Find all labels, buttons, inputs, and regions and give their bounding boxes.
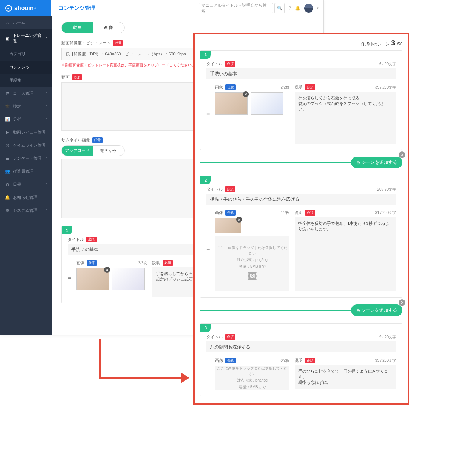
search-icon: 🔍 [277, 6, 283, 11]
chevron-down-icon: ˅ [46, 157, 47, 160]
sidebar: ⌂ホーム ▣トレーニング管理˄ カテゴリ コンテンツ 用語集 ⚑コース管理˅ 🎓… [0, 16, 52, 335]
title-counter: 9 / 20文字 [379, 335, 396, 340]
scene-card: 1 タイトル必須 6 / 20文字 ≡ 画像任意 2/2枚 ✕ 説明必須 [200, 50, 402, 150]
detail-header: 作成中のシーン 3 /50 [200, 39, 402, 47]
top-icons: ? 🔔 ▾ [289, 4, 319, 13]
scene-divider: ⊕シーンを追加する ✕ [200, 157, 402, 168]
sidebar-item-analysis[interactable]: 📊分析˅ [0, 113, 52, 126]
scene-image-thumb[interactable] [251, 92, 283, 115]
avatar[interactable] [304, 4, 313, 13]
close-icon[interactable]: ✕ [399, 299, 405, 306]
topbar: ✓ shouin+ コンテンツ管理 マニュアルタイトル・説明文から検索 🔍 ? … [0, 0, 323, 16]
drag-handle-icon[interactable]: ≡ [206, 111, 210, 118]
scene-image-thumb[interactable]: ✕ [215, 218, 241, 233]
scene-title-input[interactable] [206, 68, 396, 79]
annotation-arrow [99, 339, 181, 379]
gear-icon: ⚙ [5, 208, 10, 213]
sidebar-item-system[interactable]: ⚙システム管理˅ [0, 204, 52, 217]
flag-icon: ⚑ [5, 91, 10, 96]
scene-title-input[interactable] [206, 341, 396, 352]
scene-title-input[interactable] [206, 194, 396, 205]
search-input[interactable]: マニュアルタイトル・説明文から検索 [199, 3, 273, 13]
image-placeholder-icon: 🖼 [247, 271, 257, 282]
sidebar-item-training[interactable]: ▣トレーニング管理˄ [0, 29, 52, 48]
sidebar-item-timeline[interactable]: ◷タイムライン管理 [0, 139, 52, 152]
scene-image-thumb[interactable]: ✕ [215, 92, 248, 115]
chevron-down-icon: ˅ [46, 209, 47, 212]
search-button[interactable]: 🔍 [274, 3, 285, 13]
sidebar-item-course[interactable]: ⚑コース管理˅ [0, 87, 52, 100]
tab-image[interactable]: 画像 [93, 22, 124, 33]
sidebar-item-video-review[interactable]: ▶動画レビュー管理 [0, 126, 52, 139]
survey-icon: ☰ [5, 156, 10, 161]
graduation-icon: 🎓 [5, 104, 10, 109]
scene-divider: ⊕シーンを追加する ✕ [200, 304, 402, 316]
scene-title-label: タイトル 必須 [68, 237, 97, 242]
clock-icon: ◷ [5, 143, 10, 148]
chevron-down-icon[interactable]: ▾ [317, 6, 319, 10]
logo[interactable]: ✓ shouin+ [0, 0, 51, 16]
drag-handle-icon[interactable]: ≡ [206, 248, 210, 254]
required-badge: 必須 [113, 40, 123, 46]
tab-video[interactable]: 動画 [62, 22, 93, 33]
help-icon[interactable]: ? [289, 6, 291, 11]
scene-card: 2 タイトル必須 20 / 20文字 ≡ 画像任意 1/2枚 ✕ ここに画像をド… [200, 176, 402, 298]
sidebar-item-staff[interactable]: 👥従業員管理 [0, 165, 52, 178]
chevron-up-icon: ˄ [46, 37, 47, 40]
image-dropzone[interactable]: ここに画像をドラッグまたは選択してください 対応形式：png/jpg 容量：5M… [215, 236, 289, 291]
chevron-down-icon: ˅ [46, 118, 47, 121]
scene-desc-textarea[interactable]: 指全体を反対の手で包み、1本あたり3秒ずつねじり洗いをします。 [295, 217, 396, 291]
sidebar-item-nippo[interactable]: 🗒日報˅ [0, 178, 52, 191]
logo-icon: ✓ [5, 5, 12, 12]
add-scene-button[interactable]: ⊕シーンを追加する [351, 157, 402, 168]
scene-desc-textarea[interactable]: 手を濡らしてから石鹸を手に取る 規定のプッシュ式石鹸を２プッシュしてください。 [295, 92, 396, 144]
title-counter: 20 / 20文字 [377, 187, 396, 192]
people-icon: 👥 [5, 169, 10, 174]
scene-detail-panel: 作成中のシーン 3 /50 1 タイトル必須 6 / 20文字 ≡ 画像任意 2… [193, 33, 409, 405]
book-icon: ▣ [5, 36, 10, 41]
scene-number: 2 [200, 176, 211, 184]
sidebar-item-exam[interactable]: 🎓検定˅ [0, 100, 52, 113]
sidebar-item-survey[interactable]: ☰アンケート管理˅ [0, 152, 52, 165]
bell2-icon: 🔔 [5, 195, 10, 200]
desc-counter: 31 / 200文字 [375, 210, 396, 216]
desc-counter: 39 / 200文字 [375, 85, 396, 90]
close-icon[interactable]: ✕ [399, 151, 405, 158]
plus-icon: ⊕ [356, 160, 360, 165]
scene-desc-textarea[interactable]: 手のひらに指を立てて、円を描くようにさすります。 親指も忘れずに。 [295, 365, 396, 389]
note-icon: 🗒 [5, 182, 10, 187]
pill-upload[interactable]: アップロード [62, 146, 93, 156]
scene-number: 1 [62, 226, 72, 234]
desc-counter: 33 / 200文字 [375, 358, 396, 363]
scene-number: 1 [200, 51, 211, 59]
drag-handle-icon[interactable]: ≡ [68, 275, 71, 282]
sidebar-item-glossary[interactable]: 用語集 [0, 74, 52, 87]
title-counter: 6 / 20文字 [379, 61, 396, 67]
remove-image-icon[interactable]: ✕ [243, 91, 249, 97]
scene-card: 3 タイトル必須 9 / 20文字 ≡ 画像任意 0/2枚 ここに画像をドラッグ… [200, 323, 402, 396]
scene-number: 3 [200, 324, 211, 332]
optional-badge: 任意 [92, 137, 103, 143]
image-dropzone[interactable]: ここに画像をドラッグまたは選択してください 対応形式：png/jpg 容量：5M… [215, 366, 289, 390]
plus-icon: ⊕ [356, 308, 360, 313]
drag-handle-icon[interactable]: ≡ [206, 371, 210, 377]
logo-text: shouin [14, 5, 33, 12]
required-badge: 必須 [72, 74, 82, 80]
chevron-down-icon: ˅ [46, 183, 47, 186]
scene-image-thumb[interactable] [112, 268, 145, 290]
remove-image-icon[interactable]: ✕ [104, 267, 110, 273]
scene-image-thumb[interactable]: ✕ [76, 268, 109, 290]
video-icon: ▶ [5, 130, 10, 135]
sidebar-item-notification[interactable]: 🔔お知らせ管理 [0, 191, 52, 204]
bell-icon[interactable]: 🔔 [295, 6, 300, 11]
scene-count-current: 3 [391, 39, 395, 47]
sidebar-item-category[interactable]: カテゴリ [0, 48, 52, 61]
chevron-down-icon: ˅ [46, 92, 47, 95]
home-icon: ⌂ [5, 20, 10, 25]
sidebar-item-home[interactable]: ⌂ホーム [0, 16, 52, 29]
pill-from-video[interactable]: 動画から [93, 146, 124, 156]
add-scene-button[interactable]: ⊕シーンを追加する [351, 304, 402, 316]
sidebar-item-contents[interactable]: コンテンツ [0, 61, 52, 74]
remove-image-icon[interactable]: ✕ [236, 217, 242, 223]
scene-count-total: /50 [397, 42, 402, 46]
